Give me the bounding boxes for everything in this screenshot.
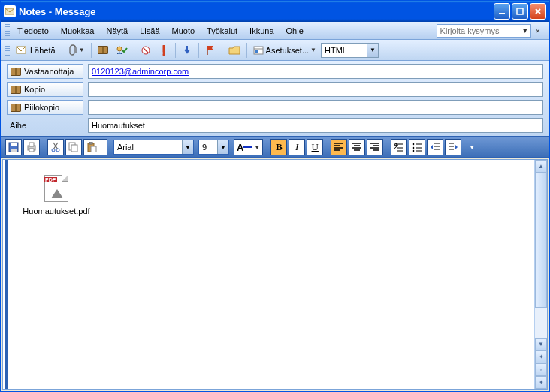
cc-button[interactable]: Kopio (7, 82, 83, 97)
minimize-button[interactable] (494, 3, 510, 20)
ask-dropdown-icon[interactable]: ▾ (520, 26, 530, 35)
vertical-scrollbar[interactable]: ▲ ▼ ✦ ◦ ✦ (534, 160, 547, 389)
chevron-down-icon[interactable]: ▼ (367, 44, 378, 57)
options-label: Asetukset... (266, 46, 309, 55)
subject-field[interactable] (88, 118, 543, 133)
svg-rect-9 (11, 143, 17, 146)
options-button[interactable]: Asetukset... ▼ (250, 42, 319, 59)
print-button[interactable] (23, 139, 40, 155)
importance-low-button[interactable] (179, 42, 195, 59)
svg-point-4 (117, 47, 122, 51)
paste-button[interactable]: ▼ (83, 139, 107, 155)
scroll-up-button[interactable]: ▲ (535, 160, 547, 173)
menu-file[interactable]: Tiedosto (11, 25, 55, 37)
maximize-button[interactable] (512, 3, 528, 20)
menu-insert[interactable]: Lisää (134, 25, 165, 37)
font-size-combo[interactable]: ▼ (198, 140, 229, 155)
toolbar-format: ▼ ▼ ▼ A▼ B I U 12 ▼ (1, 137, 549, 158)
grip-icon[interactable] (5, 24, 10, 38)
attach-button[interactable]: ▼ (65, 42, 88, 59)
chevron-down-icon[interactable]: ▼ (182, 140, 193, 154)
svg-rect-2 (517, 8, 523, 14)
save-button[interactable] (5, 139, 22, 155)
cc-label: Kopio (24, 85, 45, 94)
menu-format[interactable]: Muoto (166, 25, 201, 37)
to-label: Vastaanottaja (24, 67, 74, 76)
book-icon (11, 86, 21, 94)
flag-button[interactable] (202, 42, 219, 59)
email-headers: Vastaanottaja Kopio Piilokopio Aihe (1, 61, 549, 137)
menu-help[interactable]: Ohje (280, 25, 310, 37)
svg-point-23 (412, 143, 415, 146)
bcc-button[interactable]: Piilokopio (7, 100, 83, 115)
svg-rect-10 (11, 149, 17, 152)
attachment-item[interactable]: PDF Huomautukset.pdf (23, 175, 90, 216)
to-button[interactable]: Vastaanottaja (7, 64, 83, 79)
pdf-badge: PDF (44, 177, 57, 182)
svg-rect-7 (255, 50, 258, 53)
ask-question-input[interactable] (437, 25, 520, 37)
svg-rect-19 (89, 142, 92, 144)
send-button[interactable]: Lähetä (13, 42, 59, 59)
check-names-button[interactable] (113, 42, 131, 59)
svg-rect-17 (71, 145, 77, 152)
indent-button[interactable] (445, 139, 461, 155)
align-left-button[interactable] (331, 139, 347, 155)
font-size-input[interactable] (199, 140, 217, 154)
ask-question-box[interactable]: ▾ (437, 24, 531, 38)
close-ask-button[interactable]: × (531, 26, 545, 35)
close-button[interactable] (530, 3, 546, 20)
copy-button[interactable] (65, 139, 82, 155)
menu-view[interactable]: Näytä (100, 25, 134, 37)
toolbar-overflow-button[interactable]: ▼ (463, 139, 479, 155)
next-page-button[interactable]: ✦ (535, 376, 547, 389)
scroll-thumb[interactable] (535, 173, 547, 308)
align-center-button[interactable] (349, 139, 365, 155)
to-field[interactable] (88, 64, 543, 79)
format-combo-input[interactable] (322, 44, 367, 57)
menu-tools[interactable]: Työkalut (201, 25, 243, 37)
font-name-combo[interactable]: ▼ (113, 140, 194, 155)
format-combo[interactable]: ▼ (321, 43, 379, 58)
svg-point-24 (412, 147, 415, 149)
svg-rect-20 (91, 146, 96, 152)
svg-rect-12 (29, 143, 34, 146)
folder-button[interactable] (225, 42, 243, 59)
underline-button[interactable]: U (307, 139, 323, 155)
window-title: Notes - Message (19, 6, 494, 17)
bold-button[interactable]: B (270, 139, 287, 155)
titlebar[interactable]: Notes - Message (1, 1, 549, 22)
italic-button[interactable]: I (289, 139, 305, 155)
align-right-button[interactable] (367, 139, 383, 155)
app-icon (4, 5, 16, 17)
attachment-filename: Huomautukset.pdf (23, 207, 89, 216)
bcc-field[interactable] (88, 100, 543, 115)
body-area: PDF Huomautukset.pdf ▲ ▼ ✦ ◦ ✦ (2, 159, 548, 390)
address-book-button[interactable] (95, 42, 111, 59)
menu-edit[interactable]: Muokkaa (55, 25, 101, 37)
toolbar-send: Lähetä ▼ Asetukset... ▼ ▼ (1, 40, 549, 61)
menubar: Tiedosto Muokkaa Näytä Lisää Muoto Työka… (1, 22, 549, 40)
pdf-icon: PDF (44, 175, 68, 202)
numbered-list-button[interactable]: 12 (391, 139, 407, 155)
svg-rect-1 (499, 13, 505, 14)
browse-object-button[interactable]: ◦ (535, 363, 547, 376)
svg-point-25 (412, 150, 415, 152)
cut-button[interactable] (47, 139, 64, 155)
message-body[interactable]: PDF Huomautukset.pdf (8, 160, 534, 389)
font-name-input[interactable] (114, 140, 182, 154)
importance-high-button[interactable] (156, 42, 172, 59)
cc-field[interactable] (88, 82, 543, 97)
scroll-down-button[interactable]: ▼ (535, 338, 547, 351)
send-label: Lähetä (30, 46, 56, 55)
menu-window[interactable]: Ikkuna (243, 25, 280, 37)
subject-label: Aihe (7, 119, 83, 131)
grip-icon[interactable] (5, 44, 10, 57)
font-color-button[interactable]: A▼ (234, 139, 263, 155)
chevron-down-icon[interactable]: ▼ (217, 140, 228, 154)
permission-button[interactable] (138, 42, 154, 59)
bullet-list-button[interactable] (409, 139, 425, 155)
prev-page-button[interactable]: ✦ (535, 351, 547, 363)
svg-rect-6 (254, 47, 263, 54)
outdent-button[interactable] (427, 139, 443, 155)
